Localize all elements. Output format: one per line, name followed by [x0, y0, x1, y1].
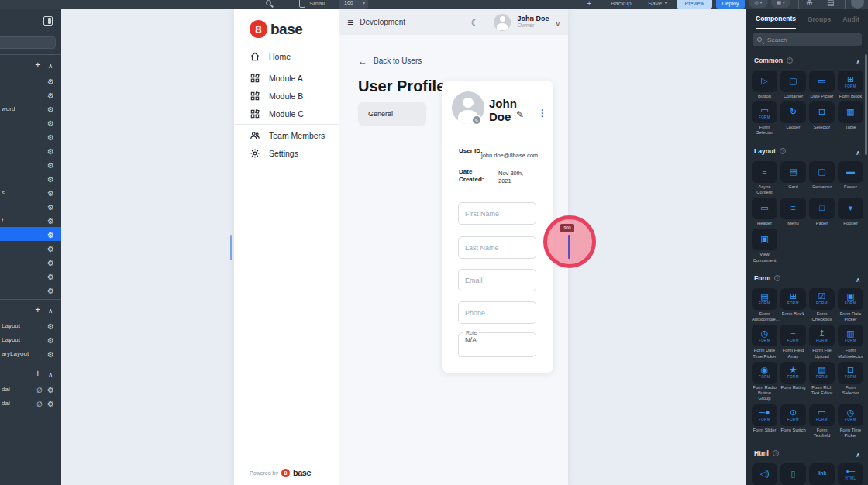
layer-settings-gear-icon[interactable] — [47, 332, 54, 346]
component-tile-form-rating[interactable]: ★FORMForm Rating — [780, 362, 806, 402]
layer-settings-gear-icon[interactable] — [47, 283, 54, 297]
add-layer-icon[interactable] — [35, 57, 40, 71]
device-size-icon[interactable] — [299, 0, 305, 8]
nav-item-home[interactable]: Home — [234, 47, 339, 65]
component-tile-hyperlink[interactable]: linkHyperlink — [809, 463, 835, 485]
layer-settings-gear-icon[interactable] — [47, 101, 54, 115]
nav-item-module-a[interactable]: Module A — [234, 69, 339, 87]
layer-settings-gear-icon[interactable] — [47, 199, 54, 213]
edit-pencil-icon[interactable] — [516, 107, 524, 121]
collapse-group-icon[interactable] — [48, 366, 53, 380]
component-tile-paper[interactable]: □Paper — [809, 198, 835, 226]
component-tile-form-multiselector[interactable]: ▥FORMForm Multiselector — [838, 325, 863, 359]
components-search[interactable] — [753, 33, 862, 46]
component-tile-form-rich-text-editor[interactable]: ▤FORMForm Rich Text Editor — [809, 362, 835, 402]
help-icon[interactable]: ? — [780, 148, 786, 154]
save-button[interactable]: Save — [648, 0, 662, 7]
preview-button[interactable]: Preview — [677, 0, 712, 9]
save-caret-icon[interactable]: ▾ — [665, 0, 667, 5]
deploy-button[interactable]: Deploy — [716, 0, 745, 9]
tab-audit[interactable]: Audit — [842, 9, 859, 29]
collapse-section-icon[interactable] — [856, 53, 860, 67]
phone-input[interactable] — [458, 301, 536, 324]
component-tile-form-file-upload[interactable]: ↥FORMForm File Upload — [809, 325, 835, 359]
layer-settings-gear-icon[interactable] — [47, 143, 54, 157]
component-tile-form-textfield[interactable]: ▭FORMForm Textfield — [809, 404, 835, 439]
component-tile-container[interactable]: ▢Container — [809, 161, 835, 195]
layer-row[interactable] — [0, 157, 61, 171]
component-tile-list-item[interactable]: •─HTMLList Item — [838, 463, 863, 485]
component-tile-date-picker[interactable]: ▭Date Picker — [809, 71, 835, 99]
component-tile-view-component[interactable]: ▣View Component — [752, 229, 777, 263]
layer-row[interactable] — [0, 143, 61, 157]
add-icon[interactable]: + — [587, 0, 591, 8]
layer-row[interactable]: Layout — [0, 318, 61, 332]
components-search-input[interactable] — [766, 36, 857, 44]
component-tile-table[interactable]: ▦Table — [838, 101, 863, 136]
layer-row[interactable] — [0, 88, 61, 101]
component-tile-form-block[interactable]: ⊞FORMForm Block — [780, 288, 806, 322]
component-tile-form-date-time-picker[interactable]: ◷FORMForm Date Time Picker — [752, 325, 777, 359]
component-tile-popper[interactable]: ▾Popper — [838, 198, 863, 226]
layer-settings-gear-icon[interactable] — [47, 157, 54, 171]
component-tile-footer[interactable]: ▬Footer — [838, 161, 863, 195]
layer-settings-gear-icon[interactable] — [47, 396, 54, 410]
component-tile-form-autocomplete[interactable]: ▤FORMForm Autocomple… — [752, 288, 777, 322]
layer-row-selected[interactable] — [0, 227, 61, 241]
component-tile-form-selector[interactable]: ▭FORMForm Selector — [752, 101, 777, 136]
chevron-down-icon[interactable] — [555, 15, 560, 29]
zoom-select[interactable]: 100 — [339, 0, 368, 9]
section-header-common[interactable]: Common ? — [746, 50, 868, 70]
layers-search-input[interactable] — [0, 36, 56, 49]
layer-row[interactable]: dal — [0, 382, 61, 396]
layer-row[interactable] — [0, 255, 61, 269]
component-tile-canvas[interactable]: ▯Canvas — [780, 463, 806, 485]
role-field[interactable]: Role N/A — [458, 330, 536, 357]
layer-row[interactable]: t — [0, 213, 61, 227]
component-tile-form-time-picker[interactable]: ◷FORMForm Time Picker — [838, 404, 863, 439]
toolbar-pill-button[interactable]: ◎ ▾ — [749, 0, 768, 8]
component-tile-button[interactable]: ▷Button — [752, 71, 777, 99]
component-tile-form-switch[interactable]: ⊙FORMForm Switch — [780, 404, 806, 439]
backup-button[interactable]: Backup — [611, 0, 632, 7]
back-to-users-link[interactable]: Back to Users — [358, 53, 568, 67]
layer-settings-gear-icon[interactable] — [47, 346, 54, 360]
component-tile-async-content[interactable]: ≡Async Content — [752, 161, 777, 195]
component-tile-container[interactable]: ▢Container — [780, 71, 806, 99]
collapse-group-icon[interactable] — [48, 302, 53, 316]
panel-scrollbar[interactable] — [865, 54, 867, 155]
component-tile-form-slider[interactable]: ─●FORMForm Slider — [752, 404, 777, 439]
user-avatar[interactable] — [851, 0, 864, 9]
layer-row[interactable] — [0, 74, 61, 88]
last-name-input[interactable] — [458, 236, 536, 259]
layer-settings-gear-icon[interactable] — [47, 241, 54, 255]
more-options-icon[interactable] — [538, 105, 547, 119]
layer-row[interactable] — [0, 283, 61, 297]
panel-toggle-icon[interactable] — [43, 16, 53, 26]
layer-settings-gear-icon[interactable] — [47, 129, 54, 143]
visibility-off-icon[interactable] — [36, 396, 43, 410]
layer-row[interactable] — [0, 171, 61, 185]
nav-item-module-c[interactable]: Module C — [234, 105, 339, 122]
menu-icon[interactable] — [347, 15, 353, 29]
layer-settings-gear-icon[interactable] — [47, 185, 54, 199]
component-tile-form-selector[interactable]: ⊡FORMForm Selector — [838, 362, 863, 402]
design-canvas[interactable]: 8 base Home Module A Module B — [61, 9, 746, 485]
layer-settings-gear-icon[interactable] — [47, 255, 54, 269]
layer-settings-gear-icon[interactable] — [47, 115, 54, 129]
nav-item-module-b[interactable]: Module B — [234, 87, 339, 105]
collapse-section-icon[interactable] — [856, 144, 860, 158]
component-tile-looper[interactable]: ↻Looper — [780, 101, 806, 136]
layer-row[interactable] — [0, 269, 61, 283]
layer-settings-gear-icon[interactable] — [47, 269, 54, 283]
globe-icon[interactable]: ⊕ — [806, 0, 812, 7]
component-tile-form-field-array[interactable]: ≡FORMForm Field Array — [780, 325, 806, 359]
user-avatar[interactable] — [494, 14, 511, 31]
email-input[interactable] — [458, 269, 536, 291]
help-icon[interactable]: ? — [773, 450, 779, 456]
dark-mode-icon[interactable] — [471, 15, 480, 29]
add-layer-icon[interactable] — [35, 366, 40, 380]
search-icon[interactable] — [266, 0, 271, 5]
nav-item-settings[interactable]: Settings — [234, 144, 339, 162]
section-header-html[interactable]: Html ? — [746, 442, 868, 463]
